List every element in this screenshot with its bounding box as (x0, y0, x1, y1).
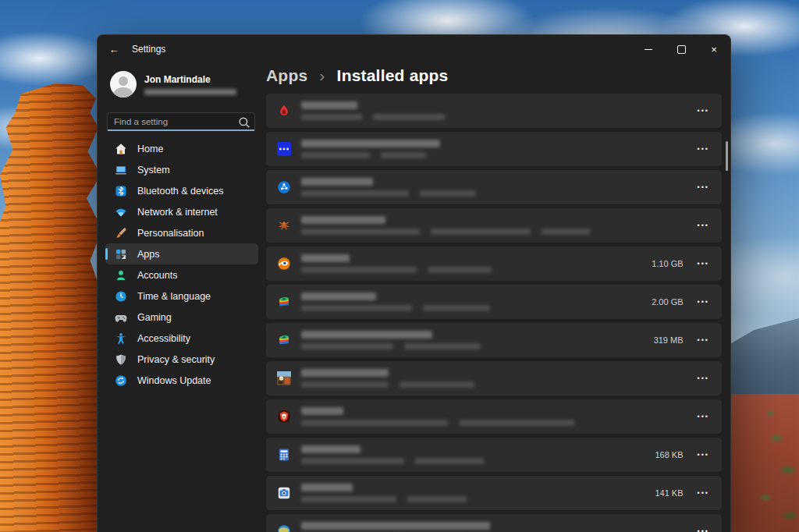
app-name-redacted (301, 331, 432, 339)
home-icon (115, 143, 127, 155)
app-menu-button[interactable]: ••• (696, 371, 711, 385)
maximize-button[interactable] (665, 35, 698, 63)
sidebar-item-system[interactable]: System (105, 159, 258, 180)
sidebar-item-privacy-security[interactable]: Privacy & security (105, 349, 258, 370)
scrollbar-thumb[interactable] (726, 141, 728, 171)
app-meta-segment-redacted (301, 496, 396, 502)
sidebar: Jon Martindale Home System Bluetooth & d… (98, 63, 266, 532)
app-meta-segment-redacted (381, 152, 426, 158)
app-name-redacted (301, 254, 350, 262)
breadcrumb-parent[interactable]: Apps (266, 66, 307, 84)
app-meta-segment-redacted (301, 420, 448, 426)
app-name-redacted (301, 484, 353, 491)
app-row[interactable]: ••• (266, 399, 722, 434)
bet-icon (277, 142, 291, 156)
app-menu-button[interactable]: ••• (696, 524, 711, 532)
brave-icon (277, 410, 291, 424)
app-meta-segment-redacted (542, 229, 590, 235)
app-row[interactable]: ••• (266, 361, 722, 395)
app-meta-redacted (301, 305, 652, 311)
app-row[interactable]: 319 MB ••• (266, 323, 722, 357)
app-menu-button[interactable]: ••• (696, 218, 711, 232)
profile-email-redacted (144, 89, 236, 95)
sidebar-item-gaming[interactable]: Gaming (105, 307, 258, 328)
sidebar-item-home[interactable]: Home (105, 138, 258, 159)
molecule-icon (277, 180, 291, 194)
sidebar-item-label: Personalisation (137, 228, 204, 239)
blender-icon (277, 257, 291, 271)
sidebar-item-label: Time & language (137, 291, 211, 302)
sidebar-item-apps[interactable]: Apps (105, 243, 258, 264)
privacy-icon (115, 353, 127, 366)
window-title: Settings (132, 44, 165, 55)
avatar-icon (110, 71, 137, 98)
search-input[interactable] (108, 117, 237, 126)
sidebar-item-time-language[interactable]: Time & language (105, 286, 258, 307)
spider-icon (277, 218, 291, 232)
sidebar-item-personalisation[interactable]: Personalisation (105, 222, 258, 243)
app-meta-redacted (301, 343, 654, 349)
sidebar-item-accessibility[interactable]: Accessibility (105, 328, 258, 349)
globe-icon (277, 524, 291, 532)
sidebar-item-label: Apps (137, 249, 160, 260)
app-meta-redacted (301, 229, 696, 235)
desert-ground (724, 394, 799, 532)
app-name-redacted (301, 178, 373, 186)
app-row[interactable]: ••• (266, 514, 722, 532)
app-size: 168 KB (655, 450, 683, 459)
app-row[interactable]: 168 KB ••• (266, 438, 722, 472)
app-row[interactable]: 2.00 GB ••• (266, 285, 722, 319)
sidebar-item-label: Privacy & security (137, 354, 215, 365)
back-arrow-icon: ← (109, 44, 119, 55)
maximize-icon (677, 45, 686, 54)
sidebar-item-label: Bluetooth & devices (137, 186, 224, 197)
sidebar-item-accounts[interactable]: Accounts (105, 264, 258, 286)
app-meta-segment-redacted (420, 190, 476, 197)
app-meta-segment-redacted (373, 114, 445, 120)
app-menu-button[interactable]: ••• (696, 333, 711, 347)
back-button[interactable]: ← (102, 39, 126, 59)
app-row[interactable]: ••• (266, 132, 722, 166)
app-menu-button[interactable]: ••• (696, 410, 711, 424)
app-meta-redacted (301, 190, 696, 197)
flame-icon (277, 104, 291, 118)
app-menu-button[interactable]: ••• (696, 295, 711, 309)
camera-icon (277, 486, 291, 500)
app-menu-button[interactable]: ••• (696, 180, 711, 194)
titlebar: ← Settings × (98, 35, 730, 63)
app-name-redacted (301, 293, 376, 300)
app-meta-segment-redacted (407, 496, 467, 502)
app-menu-button[interactable]: ••• (696, 142, 711, 156)
app-row[interactable]: ••• (266, 170, 722, 204)
user-profile[interactable]: Jon Martindale (110, 71, 266, 98)
bluetooth-icon (115, 185, 127, 197)
sidebar-item-bluetooth-devices[interactable]: Bluetooth & devices (105, 180, 258, 201)
app-meta-segment-redacted (301, 305, 412, 311)
app-menu-button[interactable]: ••• (696, 486, 711, 500)
app-meta-segment-redacted (301, 267, 417, 273)
app-row[interactable]: ••• (266, 208, 722, 243)
app-meta-redacted (301, 152, 696, 158)
app-row[interactable]: 1.10 GB ••• (266, 246, 722, 281)
app-name-redacted (301, 101, 357, 109)
app-meta-redacted (301, 420, 696, 426)
sidebar-item-network-internet[interactable]: Network & internet (105, 201, 258, 222)
selected-indicator (105, 248, 108, 260)
search-box[interactable] (107, 112, 255, 131)
breadcrumb-current: Installed apps (337, 66, 449, 84)
app-row[interactable]: ••• (266, 94, 722, 128)
app-meta-segment-redacted (428, 267, 492, 273)
app-meta-segment-redacted (301, 190, 409, 197)
accounts-icon (115, 269, 127, 282)
windows-update-icon (115, 374, 127, 387)
app-row[interactable]: 141 KB ••• (266, 476, 722, 510)
app-menu-button[interactable]: ••• (696, 448, 711, 462)
accessibility-icon (115, 332, 127, 345)
app-meta-segment-redacted (415, 458, 484, 464)
sidebar-item-windows-update[interactable]: Windows Update (105, 370, 258, 391)
minimize-button[interactable] (632, 35, 665, 63)
app-menu-button[interactable]: ••• (696, 104, 711, 118)
close-button[interactable]: × (698, 35, 730, 63)
sidebar-item-label: Accessibility (137, 333, 190, 344)
app-menu-button[interactable]: ••• (696, 257, 711, 271)
